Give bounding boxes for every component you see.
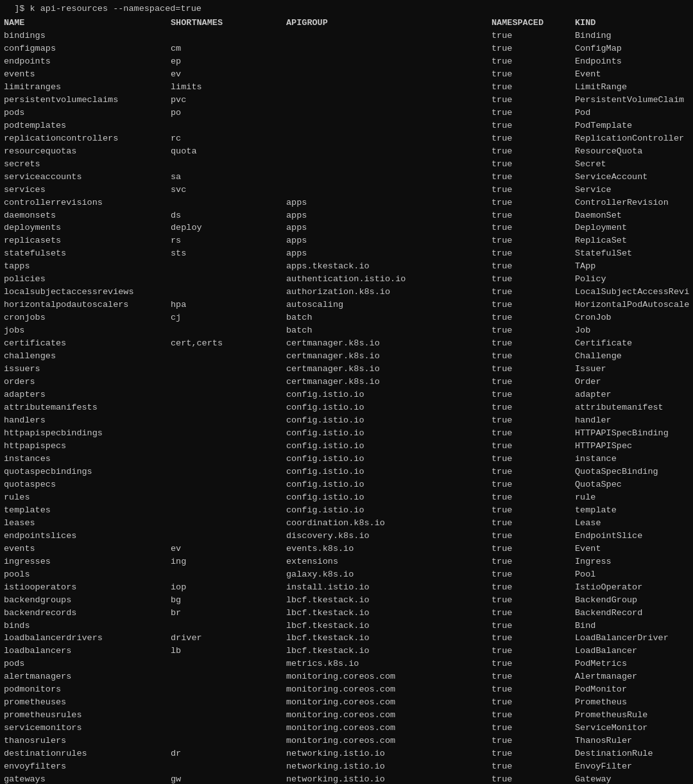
table-cell: template: [575, 504, 689, 517]
table-cell: po: [171, 107, 286, 119]
table-cell: true: [492, 440, 575, 453]
table-cell: true: [492, 42, 575, 55]
table-cell: istiooperators: [4, 581, 171, 594]
table-cell: orders: [4, 376, 171, 388]
table-cell: endpoints: [4, 55, 171, 68]
table-cell: [286, 81, 492, 94]
table-cell: adapters: [4, 388, 171, 401]
table-cell: br: [171, 607, 286, 620]
table-row: prometheusesmonitoring.coreos.comtruePro…: [4, 696, 689, 709]
table-cell: ServiceAccount: [575, 171, 689, 184]
table-cell: [171, 504, 286, 517]
table-cell: quotaspecs: [4, 478, 171, 491]
table-cell: rule: [575, 491, 689, 504]
table-cell: [171, 670, 286, 683]
table-cell: [286, 94, 492, 107]
table-cell: [171, 722, 286, 735]
table-cell: configmaps: [4, 42, 171, 55]
table-cell: [171, 530, 286, 543]
table-row: eventsevevents.k8s.iotrueEvent: [4, 543, 689, 555]
header-cell: SHORTNAMES: [171, 17, 286, 30]
table-cell: ing: [171, 555, 286, 568]
command-line: ]$ k api-resources --namespaced=true: [4, 3, 689, 15]
table-cell: true: [492, 401, 575, 414]
table-cell: PodTemplate: [575, 119, 689, 132]
table-cell: HorizontalPodAutoscaler: [575, 299, 689, 311]
table-cell: pvc: [171, 94, 286, 107]
table-row: servicessvctrueService: [4, 184, 689, 196]
table-cell: ev: [171, 68, 286, 81]
table-row: backendrecordsbrlbcf.tkestack.iotrueBack…: [4, 607, 689, 620]
table-cell: true: [492, 234, 575, 247]
table-cell: [286, 145, 492, 158]
table-cell: true: [492, 196, 575, 209]
table-cell: handlers: [4, 414, 171, 427]
table-row: podmonitorsmonitoring.coreos.comtruePodM…: [4, 683, 689, 696]
table-cell: DestinationRule: [575, 747, 689, 760]
table-cell: ds: [171, 209, 286, 222]
table-cell: thanosrulers: [4, 735, 171, 747]
table-cell: ResourceQuota: [575, 145, 689, 158]
table-row: alertmanagersmonitoring.coreos.comtrueAl…: [4, 670, 689, 683]
table-cell: apps: [286, 247, 492, 260]
table-cell: true: [492, 658, 575, 670]
table-cell: envoyfilters: [4, 760, 171, 773]
table-cell: BackendGroup: [575, 594, 689, 607]
table-cell: issuers: [4, 363, 171, 376]
header-cell: KIND: [575, 17, 689, 30]
table-cell: statefulsets: [4, 247, 171, 260]
table-cell: apps: [286, 234, 492, 247]
table-cell: true: [492, 299, 575, 311]
table-row: podtemplatestruePodTemplate: [4, 119, 689, 132]
table-cell: DaemonSet: [575, 209, 689, 222]
table-row: replicationcontrollersrctrueReplicationC…: [4, 132, 689, 145]
table-cell: [286, 119, 492, 132]
table-cell: ControllerRevision: [575, 196, 689, 209]
table-cell: Pool: [575, 568, 689, 581]
table-row: poolsgalaxy.k8s.iotruePool: [4, 568, 689, 581]
table-row: attributemanifestsconfig.istio.iotrueatt…: [4, 401, 689, 414]
table-cell: Service: [575, 184, 689, 196]
table-row: controllerrevisionsappstrueControllerRev…: [4, 196, 689, 209]
table-header: NAMESHORTNAMESAPIGROUPNAMESPACEDKIND: [4, 17, 689, 30]
table-cell: BackendRecord: [575, 607, 689, 620]
table-cell: gateways: [4, 773, 171, 784]
table-cell: lbcf.tkestack.io: [286, 594, 492, 607]
table-cell: Certificate: [575, 337, 689, 350]
table-cell: Order: [575, 376, 689, 388]
table-row: ingressesingextensionstrueIngress: [4, 555, 689, 568]
table-cell: leases: [4, 517, 171, 530]
table-cell: controllerrevisions: [4, 196, 171, 209]
table-cell: [171, 30, 286, 42]
table-cell: [171, 491, 286, 504]
table-cell: certmanager.k8s.io: [286, 350, 492, 363]
table-cell: replicationcontrollers: [4, 132, 171, 145]
table-cell: serviceaccounts: [4, 171, 171, 184]
table-cell: monitoring.coreos.com: [286, 709, 492, 722]
table-cell: config.istio.io: [286, 504, 492, 517]
table-cell: EnvoyFilter: [575, 760, 689, 773]
table-cell: templates: [4, 504, 171, 517]
table-cell: prometheuses: [4, 696, 171, 709]
table-row: endpointseptrueEndpoints: [4, 55, 689, 68]
table-cell: ep: [171, 55, 286, 68]
table-cell: Gateway: [575, 773, 689, 784]
table-cell: HTTPAPISpec: [575, 440, 689, 453]
table-cell: policies: [4, 273, 171, 286]
table-row: resourcequotasquotatrueResourceQuota: [4, 145, 689, 158]
table-cell: iop: [171, 581, 286, 594]
table-cell: [171, 683, 286, 696]
table-cell: instance: [575, 453, 689, 466]
table-cell: cert,certs: [171, 337, 286, 350]
table-cell: podtemplates: [4, 119, 171, 132]
table-cell: HTTPAPISpecBinding: [575, 427, 689, 440]
table-cell: quota: [171, 145, 286, 158]
table-cell: true: [492, 119, 575, 132]
table-row: jobsbatchtrueJob: [4, 324, 689, 337]
table-cell: rs: [171, 234, 286, 247]
table-cell: dr: [171, 747, 286, 760]
table-cell: ingresses: [4, 555, 171, 568]
table-cell: [171, 620, 286, 632]
table-row: horizontalpodautoscalershpaautoscalingtr…: [4, 299, 689, 311]
header-cell: NAMESPACED: [492, 17, 575, 30]
